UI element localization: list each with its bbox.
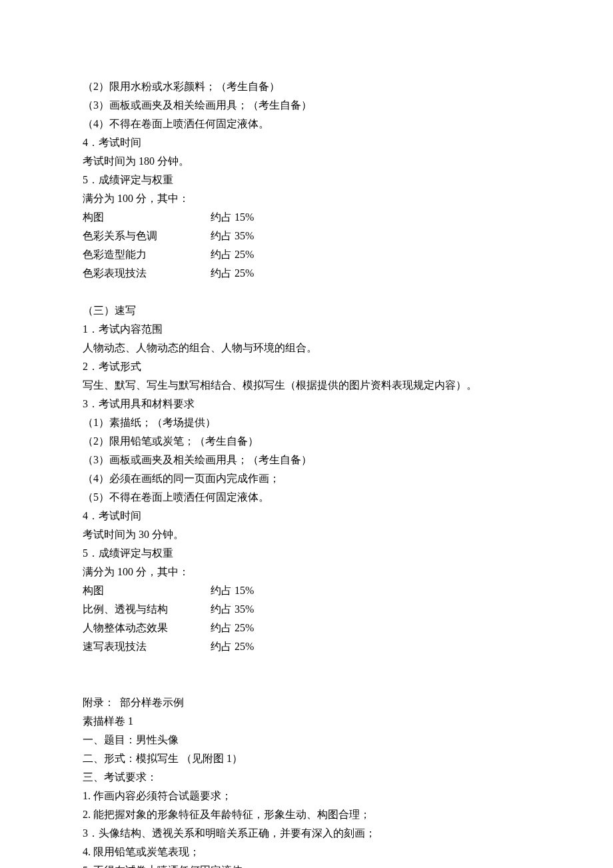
appendix-heading: 附录： 部分样卷示例: [83, 693, 530, 712]
sketch-weight-row-3: 速写表现技法约占 25%: [83, 637, 530, 656]
color-item4-body: 考试时间为 180 分钟。: [83, 152, 530, 171]
color-item5-intro: 满分为 100 分，其中：: [83, 189, 530, 208]
appendix-req5: 5. 不得在试卷上喷洒任何固定液体。: [83, 861, 530, 868]
appendix-req4: 4. 限用铅笔或炭笔表现；: [83, 843, 530, 861]
sketch-weight-row-0: 构图约占 15%: [83, 581, 530, 600]
appendix-sample-title: 素描样卷 1: [83, 712, 530, 731]
sketch-item2-body: 写生、默写、写生与默写相结合、模拟写生（根据提供的图片资料表现规定内容）。: [83, 376, 530, 395]
color-weight-label-1: 色彩关系与色调: [83, 227, 211, 245]
sketch-item3-title: 3．考试用具和材料要求: [83, 395, 530, 413]
section-spacer-3: [83, 675, 530, 693]
sketch-item4-title: 4．考试时间: [83, 507, 530, 525]
color-weight-value-3: 约占 25%: [211, 267, 254, 279]
appendix-line2: 二、形式：模拟写生 （见附图 1）: [83, 749, 530, 768]
sketch-weight-value-0: 约占 15%: [211, 585, 254, 596]
color-weight-row-3: 色彩表现技法约占 25%: [83, 264, 530, 283]
sketch-weight-label-3: 速写表现技法: [83, 637, 211, 656]
sketch-item2-title: 2．考试形式: [83, 357, 530, 376]
sketch-item5-title: 5．成绩评定与权重: [83, 544, 530, 563]
sketch-item1-body: 人物动态、人物动态的组合、人物与环境的组合。: [83, 339, 530, 357]
section-spacer-1: [83, 283, 530, 301]
sketch-material-4: （4）必须在画纸的同一页面内完成作画；: [83, 469, 530, 488]
appendix-req3: 3．头像结构、透视关系和明暗关系正确，并要有深入的刻画；: [83, 824, 530, 843]
color-weight-label-2: 色彩造型能力: [83, 245, 211, 264]
sketch-weight-value-2: 约占 25%: [211, 622, 254, 633]
appendix-req2: 2. 能把握对象的形象特征及年龄特征，形象生动、构图合理；: [83, 805, 530, 824]
sketch-weight-label-1: 比例、透视与结构: [83, 600, 211, 619]
sketch-heading: （三）速写: [83, 301, 530, 320]
sketch-weight-row-2: 人物整体动态效果约占 25%: [83, 619, 530, 637]
sketch-weight-row-1: 比例、透视与结构约占 35%: [83, 600, 530, 619]
color-weight-row-2: 色彩造型能力约占 25%: [83, 245, 530, 264]
sketch-weight-value-3: 约占 25%: [211, 641, 254, 652]
sketch-item1-title: 1．考试内容范围: [83, 320, 530, 339]
color-weight-value-0: 约占 15%: [211, 211, 254, 223]
sketch-material-1: （1）素描纸；（考场提供）: [83, 413, 530, 432]
sketch-weight-value-1: 约占 35%: [211, 603, 254, 615]
sketch-item4-body: 考试时间为 30 分钟。: [83, 525, 530, 544]
sketch-weight-label-2: 人物整体动态效果: [83, 619, 211, 637]
sketch-material-2: （2）限用铅笔或炭笔；（考生自备）: [83, 432, 530, 451]
color-item4-title: 4．考试时间: [83, 133, 530, 152]
color-weight-row-1: 色彩关系与色调约占 35%: [83, 227, 530, 245]
color-weight-value-1: 约占 35%: [211, 230, 254, 241]
section-spacer-2: [83, 656, 530, 675]
sketch-weight-label-0: 构图: [83, 581, 211, 600]
appendix-line3: 三、考试要求：: [83, 768, 530, 787]
appendix-line1: 一、题目：男性头像: [83, 731, 530, 749]
color-weight-row-0: 构图约占 15%: [83, 208, 530, 227]
sketch-material-3: （3）画板或画夹及相关绘画用具；（考生自备）: [83, 451, 530, 469]
color-material-3: （3）画板或画夹及相关绘画用具；（考生自备）: [83, 96, 530, 115]
color-material-2: （2）限用水粉或水彩颜料；（考生自备）: [83, 77, 530, 96]
color-material-4: （4）不得在卷面上喷洒任何固定液体。: [83, 115, 530, 133]
color-weight-label-3: 色彩表现技法: [83, 264, 211, 283]
color-item5-title: 5．成绩评定与权重: [83, 171, 530, 189]
appendix-req1: 1. 作画内容必须符合试题要求；: [83, 787, 530, 805]
sketch-item5-intro: 满分为 100 分，其中：: [83, 563, 530, 581]
color-weight-value-2: 约占 25%: [211, 249, 254, 260]
sketch-material-5: （5）不得在卷面上喷洒任何固定液体。: [83, 488, 530, 507]
color-weight-label-0: 构图: [83, 208, 211, 227]
